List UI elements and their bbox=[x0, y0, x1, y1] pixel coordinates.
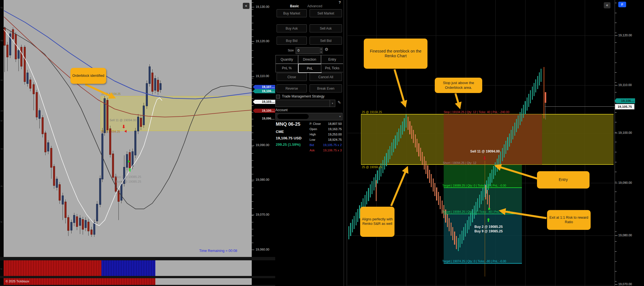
renko-bar bbox=[539, 72, 540, 85]
tab-advanced[interactable]: Advanced bbox=[307, 4, 322, 8]
candle bbox=[143, 106, 145, 125]
sell-fill-label: Sell 11 @ 19094.00 bbox=[110, 118, 136, 122]
axis-tick bbox=[252, 16, 253, 16]
axis-tick bbox=[252, 229, 253, 229]
tab-basic[interactable]: Basic bbox=[290, 4, 299, 8]
axis-tick bbox=[252, 76, 254, 77]
break-even-button[interactable]: Break Even bbox=[310, 84, 342, 92]
tms-label: Trade Management Strategy bbox=[282, 94, 324, 98]
stop-zone bbox=[444, 114, 542, 165]
renko-bar bbox=[440, 196, 441, 209]
forming-bar-wick bbox=[544, 67, 544, 118]
candle bbox=[53, 166, 55, 186]
candle bbox=[18, 50, 20, 59]
renko-bar bbox=[534, 83, 534, 96]
renko-chart[interactable]: Stop | 19104.25 | Qty: 12 | Ticks: 40 | … bbox=[348, 0, 615, 286]
candle bbox=[70, 222, 72, 230]
flag-badge[interactable]: F bbox=[618, 2, 626, 7]
pnl-button[interactable]: PnL bbox=[298, 64, 322, 73]
time-remaining-label: Time Remaining = 00:08 bbox=[199, 249, 237, 253]
direction-button[interactable]: Direction bbox=[298, 55, 321, 64]
stepper-down-icon[interactable]: ▼ bbox=[320, 51, 322, 53]
target-line-2[interactable] bbox=[444, 214, 522, 214]
axis-tick bbox=[252, 98, 253, 99]
sell-fill-label: Sell 11 @ 19094.00 bbox=[470, 149, 500, 153]
candle bbox=[50, 148, 52, 168]
axis-tick bbox=[252, 222, 253, 222]
close-button[interactable]: Close bbox=[277, 73, 307, 81]
candle bbox=[146, 83, 148, 106]
reverse-button[interactable]: Reverse bbox=[277, 84, 307, 92]
ask-price-badge: 19,106.... bbox=[614, 98, 635, 103]
sell-bid-button[interactable]: Sell Bid bbox=[310, 37, 342, 45]
buy-market-button[interactable]: Buy Market bbox=[277, 9, 307, 17]
stat-value: 18,807.50 bbox=[317, 122, 342, 125]
collapse-right-chart-button[interactable]: « bbox=[604, 2, 610, 8]
candle bbox=[59, 184, 61, 201]
sell-ask-button[interactable]: Sell Ask bbox=[310, 24, 342, 32]
renko-bar bbox=[497, 159, 498, 172]
candle bbox=[65, 202, 66, 218]
buy-bid-button[interactable]: Buy Bid bbox=[277, 37, 307, 45]
chevron-down-icon[interactable]: ▼ bbox=[339, 115, 341, 118]
sell-arrow-icon: ⬇ bbox=[122, 124, 125, 129]
gear-icon[interactable]: ⚙ bbox=[325, 47, 328, 52]
account-select[interactable]: ▼ bbox=[275, 113, 343, 120]
candle bbox=[4, 27, 6, 46]
cancel-all-button[interactable]: Cancel All bbox=[310, 73, 342, 81]
pnl-ticks-button[interactable]: PnL Ticks bbox=[321, 64, 343, 72]
candle bbox=[120, 184, 122, 201]
chevron-down-icon[interactable]: ▼ bbox=[330, 100, 335, 107]
entry-button[interactable]: Entry bbox=[321, 55, 343, 64]
axis-tick bbox=[615, 42, 617, 43]
axis-tick bbox=[252, 41, 254, 42]
axis-tick bbox=[615, 33, 617, 33]
collapsed-left-panel[interactable]: rgopucodMopArfeMElu bbox=[0, 0, 4, 286]
quantity-button[interactable]: Quantity bbox=[275, 55, 298, 64]
collapse-left-chart-button[interactable]: « bbox=[243, 3, 249, 9]
renko-bar bbox=[422, 152, 423, 165]
renko-bar bbox=[530, 90, 531, 103]
sell-marker-icon bbox=[124, 130, 127, 133]
size-input[interactable]: 0 bbox=[296, 47, 321, 54]
size-stepper[interactable]: ▲ ▼ bbox=[319, 47, 323, 54]
renko-bar bbox=[411, 126, 412, 139]
stat-label-low: Low bbox=[310, 138, 315, 141]
buy-ask-button[interactable]: Buy Ask bbox=[277, 24, 307, 32]
target-line-3[interactable] bbox=[444, 263, 522, 264]
renko-bar bbox=[413, 130, 414, 143]
candle bbox=[73, 215, 75, 223]
stepper-up-icon[interactable]: ▲ bbox=[320, 48, 322, 50]
indicator-panels: © 2025 Tickblaze bbox=[0, 256, 275, 286]
renko-bar bbox=[365, 195, 365, 208]
sell-market-button[interactable]: Sell Market bbox=[310, 9, 342, 17]
candle bbox=[118, 190, 120, 202]
candle bbox=[91, 230, 92, 235]
symbol-exchange: CME bbox=[276, 130, 284, 134]
edit-strategy-icon[interactable]: ✎ bbox=[338, 100, 341, 105]
candle bbox=[42, 117, 44, 134]
axis-tick bbox=[615, 112, 617, 113]
target-line-1[interactable] bbox=[444, 187, 522, 188]
axis-tick bbox=[615, 142, 617, 142]
ma-line bbox=[4, 11, 252, 99]
strategy-select[interactable]: ▼ bbox=[275, 100, 335, 107]
axis-tick bbox=[252, 243, 253, 243]
axis-tick bbox=[615, 23, 617, 23]
pnl-pct-button[interactable]: PnL % bbox=[275, 64, 298, 72]
axis-tick bbox=[252, 215, 253, 216]
current-price-line bbox=[545, 106, 615, 107]
help-icon[interactable]: ? bbox=[339, 0, 341, 4]
candlestick-chart[interactable]: 25 @ 19104.2525 @ 19094.25Sell 11 @ 1909… bbox=[4, 0, 252, 257]
left-chart-price-axis[interactable]: 19,130.0019,120.0019,110.0019,090.0019,0… bbox=[252, 0, 275, 286]
renko-bar bbox=[523, 105, 524, 118]
right-chart-price-axis[interactable]: 19,120.0019,110.0019,100.0019,090.0019,0… bbox=[615, 0, 644, 286]
candle bbox=[93, 222, 95, 235]
tms-checkbox[interactable] bbox=[276, 95, 280, 99]
renko-bar bbox=[458, 238, 459, 251]
panel-splitter[interactable] bbox=[343, 0, 348, 286]
renko-bar bbox=[436, 187, 437, 201]
finessed-callout: Finessed the orerblock on the Renko Char… bbox=[364, 39, 427, 69]
candle bbox=[157, 80, 159, 92]
account-label: Account bbox=[275, 108, 287, 112]
